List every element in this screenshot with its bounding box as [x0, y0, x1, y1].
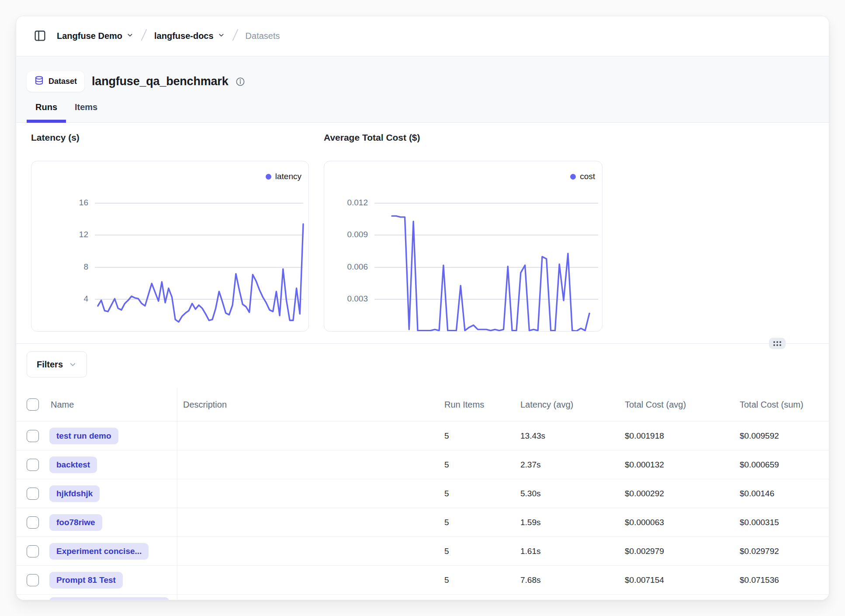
run-items-cell: 5 [444, 460, 449, 470]
column-header-total-cost-avg[interactable]: Total Cost (avg) [625, 399, 686, 409]
total-cost-avg-cell: $0.007154 [625, 575, 664, 585]
tab-bar: Runs Items [27, 102, 106, 122]
chevron-down-icon [69, 360, 77, 369]
table-row[interactable]: test run demo513.43s$0.001918$0.009592 [16, 422, 829, 450]
latency-line-plot [31, 161, 309, 332]
total-cost-sum-cell: $0.071536 [740, 575, 779, 585]
info-icon[interactable] [235, 77, 245, 87]
breadcrumb-separator-icon [231, 28, 239, 44]
table-header-row: Name Description Run Items Latency (avg)… [16, 388, 829, 422]
table-row[interactable]: foo78riwe51.59s$0.000063$0.000315 [16, 508, 829, 537]
run-items-cell: 5 [444, 575, 449, 585]
total-cost-sum-cell: $0.009592 [740, 431, 779, 441]
cost-chart-legend: cost [570, 172, 595, 181]
dataset-badge-label: Dataset [48, 77, 77, 86]
run-name-badge[interactable]: foo78riwe [49, 514, 102, 531]
column-header-total-cost-sum[interactable]: Total Cost (sum) [740, 399, 803, 409]
latency-avg-cell: 2.37s [520, 460, 540, 470]
run-items-cell: 5 [444, 489, 449, 498]
project-name: langfuse-docs [154, 31, 214, 41]
row-checkbox[interactable] [27, 574, 39, 586]
app-window: Langfuse Demo langfuse-docs Datasets [16, 16, 829, 600]
total-cost-avg-cell: $0.001918 [625, 431, 664, 441]
row-checkbox[interactable] [27, 545, 39, 557]
org-name: Langfuse Demo [57, 31, 122, 41]
table-row[interactable]: backtest52.37s$0.000132$0.000659 [16, 450, 829, 479]
breadcrumb-section[interactable]: Datasets [246, 31, 280, 41]
row-checkbox[interactable] [27, 430, 39, 442]
grip-dots-icon [773, 341, 781, 346]
page-title: langfuse_qa_benchmark [92, 75, 228, 88]
tab-runs[interactable]: Runs [27, 102, 66, 122]
table-row-partial[interactable] [16, 595, 829, 600]
total-cost-avg-cell: $0.002979 [625, 547, 664, 556]
resize-handle[interactable] [769, 338, 786, 349]
run-items-cell: 5 [444, 547, 449, 556]
dataset-badge: Dataset [27, 71, 84, 92]
total-cost-sum-cell: $0.00146 [740, 489, 774, 498]
table-row[interactable]: Experiment concise...51.61s$0.002979$0.0… [16, 537, 829, 566]
column-header-name[interactable]: Name [51, 399, 74, 409]
breadcrumb-project[interactable]: langfuse-docs [154, 31, 225, 41]
legend-label: cost [580, 172, 595, 181]
latency-avg-cell: 1.61s [520, 547, 540, 556]
latency-avg-cell: 5.30s [520, 489, 540, 498]
y-axis-tick-label: 16 [40, 198, 88, 208]
total-cost-avg-cell: $0.000132 [625, 460, 664, 470]
sidebar-toggle-button[interactable] [34, 29, 46, 43]
table-row[interactable]: Prompt 81 Test57.68s$0.007154$0.071536 [16, 566, 829, 595]
y-axis-tick-label: 4 [40, 294, 88, 304]
cost-chart: cost 0.0120.0090.0060.003 [324, 161, 603, 332]
y-axis-tick-label: 0.006 [324, 262, 368, 272]
legend-dot-icon [570, 174, 576, 180]
run-name-badge[interactable]: hjkfdshjk [49, 485, 100, 502]
chevron-down-icon [218, 31, 225, 41]
latency-chart: latency 161284 [31, 161, 309, 332]
breadcrumb-org[interactable]: Langfuse Demo [57, 31, 134, 41]
column-header-description[interactable]: Description [183, 399, 227, 409]
y-axis-tick-label: 12 [40, 230, 88, 239]
panel-left-icon [34, 29, 46, 43]
database-icon [34, 76, 44, 87]
chevron-down-icon [126, 31, 134, 41]
latency-avg-cell: 1.59s [520, 518, 540, 527]
column-header-run-items[interactable]: Run Items [444, 399, 484, 409]
latency-avg-cell: 7.68s [520, 575, 540, 585]
legend-dot-icon [266, 174, 271, 180]
y-axis-tick-label: 0.009 [324, 230, 368, 239]
total-cost-sum-cell: $0.000315 [740, 518, 779, 527]
cost-chart-title: Average Total Cost ($) [324, 132, 420, 143]
run-items-cell: 5 [444, 518, 449, 527]
breadcrumb-separator-icon [140, 28, 148, 44]
legend-label: latency [275, 172, 301, 181]
section-divider [16, 343, 829, 344]
total-cost-avg-cell: $0.000063 [625, 518, 664, 527]
run-name-badge[interactable]: test run demo [49, 428, 118, 444]
table-body: test run demo513.43s$0.001918$0.009592ba… [16, 422, 829, 600]
latency-avg-cell: 13.43s [520, 431, 545, 441]
run-name-badge[interactable] [49, 597, 169, 600]
top-bar: Langfuse Demo langfuse-docs Datasets [16, 16, 829, 56]
column-header-latency-avg[interactable]: Latency (avg) [520, 399, 573, 409]
cost-line-plot [324, 161, 603, 332]
run-items-cell: 5 [444, 431, 449, 441]
filters-label: Filters [37, 360, 63, 370]
filters-button[interactable]: Filters [27, 351, 87, 377]
total-cost-sum-cell: $0.029792 [740, 547, 779, 556]
latency-chart-legend: latency [266, 172, 301, 181]
tab-items[interactable]: Items [66, 102, 106, 122]
row-checkbox[interactable] [27, 488, 39, 500]
row-checkbox[interactable] [27, 459, 39, 471]
select-all-checkbox[interactable] [27, 398, 39, 411]
table-row[interactable]: hjkfdshjk55.30s$0.000292$0.00146 [16, 479, 829, 508]
breadcrumb: Langfuse Demo langfuse-docs Datasets [57, 28, 280, 44]
row-checkbox[interactable] [27, 516, 39, 529]
y-axis-tick-label: 0.003 [324, 294, 368, 304]
run-name-badge[interactable]: Prompt 81 Test [49, 572, 123, 588]
latency-chart-title: Latency (s) [31, 132, 80, 143]
run-name-badge[interactable]: Experiment concise... [49, 543, 149, 560]
total-cost-avg-cell: $0.000292 [625, 489, 664, 498]
runs-table: Name Description Run Items Latency (avg)… [16, 388, 829, 600]
run-name-badge[interactable]: backtest [49, 457, 97, 473]
dataset-header: Dataset langfuse_qa_benchmark Runs Items [16, 56, 829, 123]
